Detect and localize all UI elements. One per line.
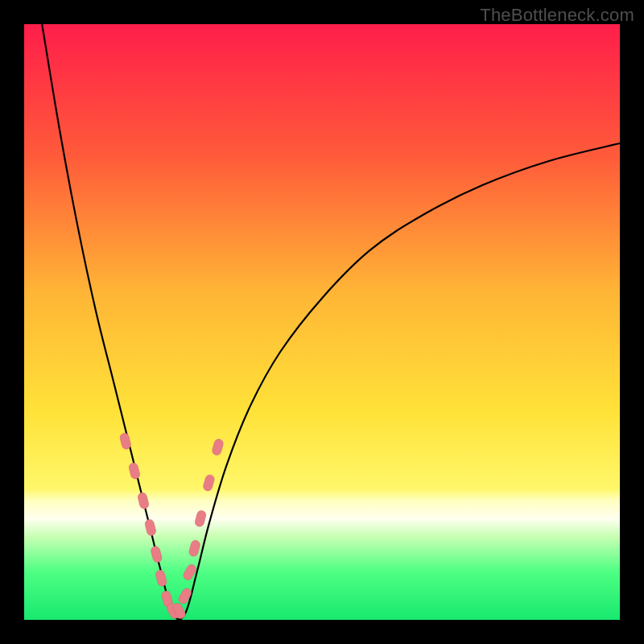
outer-frame: TheBottleneck.com [0,0,644,644]
curve-marker [188,539,201,557]
curve-marker [137,492,150,510]
curve-marker [194,510,207,527]
watermark-text: TheBottleneck.com [480,5,634,26]
curve-marker [150,546,163,564]
curve-marker [119,432,132,450]
curve-marker [128,462,141,480]
chart-svg [24,24,620,620]
curve-marker [212,438,225,456]
curve-marker [155,569,167,587]
curve-marker [144,518,157,536]
plot-area [24,24,620,620]
bottleneck-curve [42,24,620,620]
curve-marker [202,474,215,492]
